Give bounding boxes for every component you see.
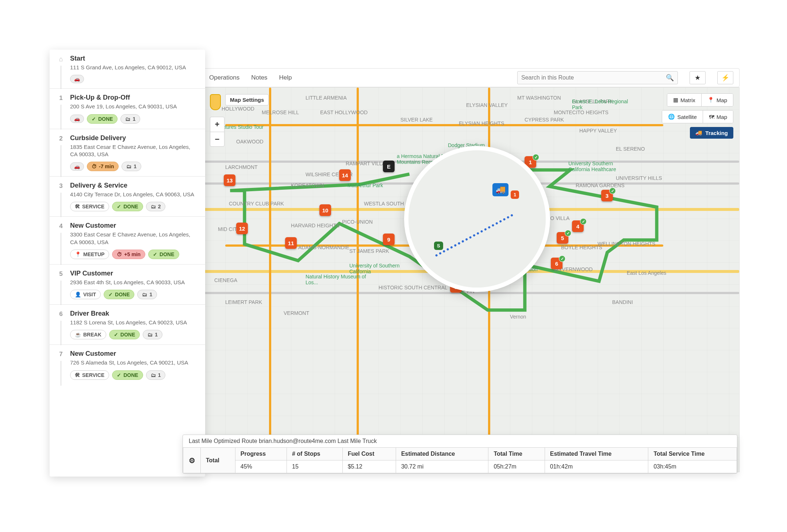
stop-item-4[interactable]: 4New Customer3300 East Cesar E Chavez Av…: [50, 217, 205, 265]
stop-item-5[interactable]: 5VIP Customer2936 East 4th St, Los Angel…: [50, 265, 205, 305]
chip-pkg[interactable]: 1: [146, 370, 166, 380]
stop-marker-13[interactable]: 13: [224, 174, 235, 186]
route-search-input[interactable]: [521, 74, 666, 81]
stop-marker-12[interactable]: 12: [236, 223, 248, 234]
route-map[interactable]: HOLLYWOODLITTLE ARMENIAKOREATOWNLARCHMON…: [203, 87, 740, 472]
chip-done[interactable]: DONE: [148, 250, 179, 259]
map-view-button-2[interactable]: 🗺Map: [703, 111, 733, 123]
col-travel: Estimated Travel Time: [545, 448, 648, 460]
chip-svc[interactable]: SERVICE: [70, 370, 109, 380]
stop-marker-10[interactable]: 10: [319, 204, 331, 216]
map-view-switch: ▦Matrix 📍Map 🌐Satellite 🗺Map 🚚Tracking: [662, 93, 733, 139]
stop-marker-4[interactable]: 4: [572, 220, 584, 232]
nav-operations[interactable]: Operations: [209, 74, 239, 81]
streetview-pegman-icon[interactable]: [210, 94, 221, 110]
stop-number: 7: [57, 351, 65, 358]
stop-title: New Customer: [70, 222, 198, 230]
satellite-view-button[interactable]: 🌐Satellite: [662, 111, 702, 123]
val-fuel: $5.12: [342, 460, 396, 473]
stop-title: VIP Customer: [70, 270, 198, 277]
val-service: 03h:45m: [648, 460, 737, 473]
zoom-out-button[interactable]: −: [210, 132, 224, 146]
chip-pkg[interactable]: 1: [122, 162, 141, 171]
chip-pkg[interactable]: 1: [143, 330, 162, 339]
favorite-button[interactable]: ★: [690, 71, 706, 84]
top-nav: Operations Notes Help 🔍 ★ ⚡: [203, 68, 740, 87]
stop-title: Driver Break: [70, 310, 198, 317]
stop-title: New Customer: [70, 350, 198, 358]
stop-address: 4140 City Terrace Dr, Los Angeles, CA 90…: [70, 191, 198, 198]
stop-number: 1: [57, 95, 65, 102]
stop-marker-11[interactable]: 11: [285, 237, 297, 249]
stop-number: 5: [57, 270, 65, 278]
val-stops: 15: [287, 460, 342, 473]
matrix-view-button[interactable]: ▦Matrix: [667, 94, 701, 106]
stop-item-home-icon[interactable]: ⌂Start111 S Grand Ave, Los Angeles, CA 9…: [50, 50, 205, 89]
pin-icon: 📍: [707, 97, 714, 103]
home-icon: ⌂: [57, 55, 65, 63]
grid-icon: ▦: [673, 97, 678, 103]
chip-pkg[interactable]: 1: [137, 290, 157, 299]
stop-number: 4: [57, 223, 65, 230]
stop-address: 2936 East 4th St, Los Angeles, CA 90033,…: [70, 279, 198, 286]
stop-item-3[interactable]: 3Delivery & Service4140 City Terrace Dr,…: [50, 177, 205, 217]
chip-done[interactable]: DONE: [109, 330, 140, 339]
stop-marker-5[interactable]: 5: [557, 232, 568, 244]
quick-action-button[interactable]: ⚡: [717, 71, 733, 84]
chip-pkg[interactable]: 1: [120, 114, 140, 124]
globe-icon: 🌐: [668, 113, 675, 120]
chip-timeminus[interactable]: -7 min: [87, 162, 119, 171]
col-distance: Estimated Distance: [396, 448, 488, 460]
stop-item-1[interactable]: 1Pick-Up & Drop-Off200 S Ave 19, Los Ang…: [50, 89, 205, 129]
stop-marker-6[interactable]: 6: [551, 258, 563, 269]
chip-visit[interactable]: VISIT: [70, 290, 101, 299]
chip-svc[interactable]: SERVICE: [70, 202, 109, 211]
zoom-in-button[interactable]: +: [210, 117, 224, 132]
stop-number: 6: [57, 311, 65, 318]
stop-marker-3[interactable]: 3: [601, 190, 613, 201]
chip-vehicle[interactable]: [70, 75, 84, 83]
stop-number: 3: [57, 182, 65, 190]
nav-help[interactable]: Help: [279, 74, 292, 81]
map-icon: 🗺: [709, 114, 714, 120]
stop-title: Start: [70, 55, 198, 62]
stop-marker-14[interactable]: 14: [339, 169, 351, 181]
chip-done[interactable]: DONE: [112, 202, 143, 211]
nav-notes[interactable]: Notes: [251, 74, 267, 81]
stop-marker-E[interactable]: E: [383, 161, 395, 172]
stop-item-6[interactable]: 6Driver Break1182 S Lorena St, Los Angel…: [50, 305, 205, 345]
gear-icon[interactable]: ⚙: [189, 456, 195, 464]
summary-total-label: Total: [201, 448, 235, 473]
search-icon[interactable]: 🔍: [666, 74, 674, 82]
tracking-button[interactable]: 🚚Tracking: [690, 127, 733, 139]
stop-address: 726 S Alameda St, Los Angeles, CA 90021,…: [70, 359, 198, 366]
col-progress: Progress: [235, 448, 287, 460]
map-view-button[interactable]: 📍Map: [701, 94, 733, 106]
map-settings-button[interactable]: Map Settings: [225, 94, 269, 105]
stop-item-2[interactable]: 2Curbside Delivery1835 East Cesar E Chav…: [50, 129, 205, 177]
stop-item-7[interactable]: 7New Customer726 S Alameda St, Los Angel…: [50, 345, 205, 385]
col-stops: # of Stops: [287, 448, 342, 460]
vehicle-marker-icon: [492, 183, 508, 196]
stop-title: Pick-Up & Drop-Off: [70, 94, 198, 101]
chip-timeplus[interactable]: +5 min: [112, 250, 145, 259]
val-totaltime: 05h:27m: [488, 460, 545, 473]
stop-address: 200 S Ave 19, Los Angeles, CA 90031, USA: [70, 103, 198, 110]
route-search[interactable]: 🔍: [517, 71, 678, 84]
chip-vehicle[interactable]: [70, 115, 84, 123]
chip-done[interactable]: DONE: [104, 290, 134, 299]
stop-title: Curbside Delivery: [70, 134, 198, 142]
stop-marker-9[interactable]: 9: [383, 234, 395, 245]
stop-address: 1835 East Cesar E Chavez Avenue, Los Ang…: [70, 143, 198, 158]
stop-address: 3300 East Cesar E Chavez Avenue, Los Ang…: [70, 231, 198, 246]
chip-vehicle[interactable]: [70, 162, 84, 171]
route-summary: Last Mile Optimized Route brian.hudson@r…: [183, 435, 737, 474]
chip-done[interactable]: DONE: [87, 114, 118, 124]
stop-address: 111 S Grand Ave, Los Angeles, CA 90012, …: [70, 64, 198, 71]
chip-break[interactable]: BREAK: [70, 330, 106, 339]
chip-done[interactable]: DONE: [112, 370, 143, 380]
chip-pkg[interactable]: 2: [146, 202, 166, 211]
chip-meet[interactable]: MEETUP: [70, 250, 109, 259]
col-totaltime: Total Time: [488, 448, 545, 460]
val-progress: 45%: [235, 460, 287, 473]
